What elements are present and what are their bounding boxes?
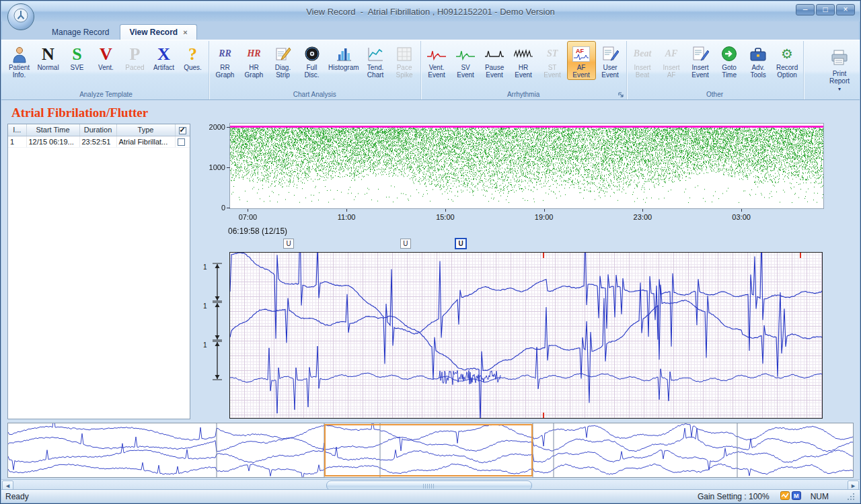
normal-button[interactable]: NNormal [34, 41, 63, 73]
artifact-icon: X [157, 44, 170, 64]
artifact-label: Artifact [153, 64, 174, 71]
ecg-traces [230, 253, 823, 419]
current-time-label: 06:19:58 (12/15) [228, 226, 287, 236]
pause-event-icon [485, 44, 504, 64]
tab-close-icon[interactable]: × [183, 28, 187, 36]
rr-y-tick-mark [227, 208, 230, 208]
u-event-marker-selected[interactable]: U [455, 238, 467, 249]
close-button[interactable]: × [836, 4, 855, 15]
vent-event-button[interactable]: Vent. Event [422, 41, 451, 80]
ques-button[interactable]: ?Ques. [178, 41, 207, 73]
event-table-header[interactable]: Start Time [26, 124, 79, 136]
tab-manage-record[interactable]: Manage Record [43, 24, 118, 40]
patient-info-button[interactable]: Patient Info. [5, 41, 34, 80]
rr-x-tick-label: 03:00 [725, 213, 757, 221]
sve-label: SVE [70, 64, 83, 71]
insert-af-label: Insert AF [663, 64, 680, 79]
svg-text:AF: AF [576, 48, 584, 54]
rr-graph-icon: RR [219, 44, 231, 64]
rr-x-tick-mark [248, 209, 248, 212]
hr-graph-label: HR Graph [245, 64, 264, 79]
sv-event-label: SV Event [457, 64, 474, 79]
user-event-button[interactable]: User Event [596, 41, 625, 80]
ribbon-group-title-other: Other [628, 90, 802, 99]
tab-manage-record-label: Manage Record [52, 28, 109, 37]
paced-button[interactable]: PPaced [120, 41, 149, 73]
select-all-checkbox[interactable] [179, 127, 186, 134]
full-disc-label: Full Disc. [304, 64, 319, 79]
patient-info-label: Patient Info. [9, 64, 30, 79]
artifact-button[interactable]: XArtifact [149, 41, 178, 73]
ribbon: Patient Info.NNormalSSVEVVent.PPacedXArt… [1, 40, 860, 100]
goto-time-icon [721, 44, 737, 64]
rr-scatter-canvas[interactable] [230, 124, 823, 208]
hr-graph-button[interactable]: HRHR Graph [239, 41, 268, 80]
insert-beat-button[interactable]: BeatInsert Beat [628, 41, 657, 80]
app-logo-icon [13, 7, 29, 26]
arrhythmia-dialog-launcher-button[interactable] [617, 91, 625, 99]
st-event-button[interactable]: STST Event [538, 41, 567, 80]
pace-spike-button[interactable]: Pace Spike [390, 41, 419, 80]
app-orb-button[interactable] [7, 3, 34, 30]
print-report-button[interactable]: Print Report▾ [823, 44, 856, 97]
st-event-label: ST Event [544, 64, 561, 79]
ecg-strip-view[interactable] [229, 252, 823, 419]
u-event-marker[interactable]: U [283, 239, 294, 249]
histogram-icon [336, 44, 352, 64]
tab-view-record[interactable]: View Record × [120, 24, 196, 40]
tab-view-record-label: View Record [129, 28, 178, 37]
pace-spike-icon [397, 44, 412, 64]
diag-strip-icon [275, 44, 291, 64]
hr-event-button[interactable]: HR Event [509, 41, 538, 80]
tend-chart-button[interactable]: Tend. Chart [361, 41, 390, 80]
pause-event-button[interactable]: Pause Event [480, 41, 509, 80]
gain-setting-label: Gain Setting : 100% [698, 492, 770, 501]
user-event-icon [602, 44, 619, 64]
minimize-button[interactable]: – [796, 4, 815, 15]
event-table-header[interactable]: Type [116, 124, 175, 136]
diag-strip-button[interactable]: Diag. Strip [268, 41, 297, 80]
ribbon-group-title-chart-analysis: Chart Analysis [211, 90, 419, 99]
ribbon-group-arrhythmia: Vent. EventSV EventPause EventHR EventST… [421, 41, 627, 99]
event-table-header[interactable]: Duration [79, 124, 116, 136]
ribbon-group-print: Print Report▾ [821, 41, 858, 99]
histogram-button[interactable]: Histogram [326, 41, 361, 73]
event-row-checkbox[interactable] [178, 138, 185, 146]
pause-event-label: Pause Event [485, 64, 504, 79]
ribbon-group-chart-analysis: RRRR GraphHRHR GraphDiag. StripFull Disc… [209, 41, 421, 99]
maximize-button[interactable]: □ [816, 4, 835, 15]
full-disclosure-overview[interactable] [7, 423, 854, 478]
pace-spike-label: Pace Spike [396, 64, 413, 79]
af-event-label: AF Event [572, 64, 590, 79]
af-event-button[interactable]: AFAF Event [567, 41, 596, 80]
status-icons: M [780, 491, 801, 502]
paced-label: Paced [125, 64, 144, 71]
record-option-label: Record Option [776, 64, 798, 79]
rr-graph-button[interactable]: RRRR Graph [211, 41, 239, 80]
event-table-row[interactable]: 112/15 06:19...23:52:51Atrial Fibrillat.… [8, 136, 190, 147]
event-table-header[interactable]: I... [8, 124, 26, 136]
rr-tachogram-chart[interactable] [229, 123, 824, 209]
sve-button[interactable]: SSVE [63, 41, 91, 73]
rr-x-tick-mark [445, 209, 446, 212]
event-table-header-checkbox-cell [175, 124, 190, 136]
ribbon-group-other: BeatInsert BeatAFInsert AFInsert EventGo… [627, 41, 804, 99]
u-event-marker[interactable]: U [400, 239, 411, 249]
svg-text:1: 1 [203, 263, 207, 271]
ecg-gain-scale-indicators: 111 [200, 252, 229, 419]
vent-button[interactable]: VVent. [91, 41, 120, 73]
insert-event-button[interactable]: Insert Event [686, 41, 715, 80]
num-lock-indicator: NUM [811, 492, 829, 501]
insert-af-button[interactable]: AFInsert AF [657, 41, 686, 80]
overview-selection-box[interactable] [324, 424, 533, 476]
histogram-label: Histogram [328, 64, 359, 71]
sv-event-button[interactable]: SV Event [451, 41, 480, 80]
window-controls: – □ × [796, 4, 855, 15]
record-option-button[interactable]: ⚙Record Option [773, 41, 802, 80]
event-table: I...Start TimeDurationType 112/15 06:19.… [8, 124, 190, 148]
diag-strip-label: Diag. Strip [275, 64, 291, 79]
full-disc-button[interactable]: Full Disc. [297, 41, 326, 80]
adv-tools-button[interactable]: Adv. Tools [744, 41, 773, 80]
resize-grip[interactable] [846, 492, 856, 501]
goto-time-button[interactable]: Goto Time [715, 41, 744, 80]
